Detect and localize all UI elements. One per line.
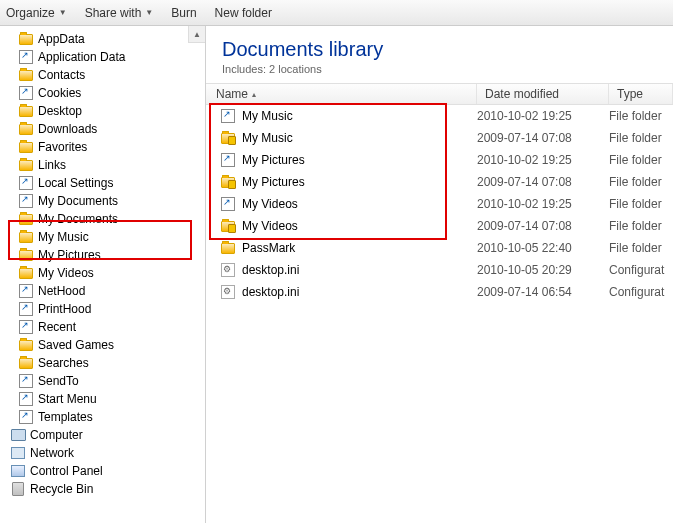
chevron-down-icon: ▼	[59, 8, 67, 17]
tree-item[interactable]: Network	[2, 444, 205, 462]
tree-item[interactable]: My Music	[2, 228, 205, 246]
shortcut-icon	[18, 319, 34, 335]
chevron-down-icon: ▼	[145, 8, 153, 17]
tree-item[interactable]: Local Settings	[2, 174, 205, 192]
file-row[interactable]: My Pictures2009-07-14 07:08File folder	[206, 171, 673, 193]
tree-item[interactable]: Desktop	[2, 102, 205, 120]
tree-item[interactable]: Computer	[2, 426, 205, 444]
tree-item-label: My Documents	[38, 194, 118, 208]
tree-item[interactable]: Downloads	[2, 120, 205, 138]
tree-item[interactable]: Templates	[2, 408, 205, 426]
library-title: Documents library	[222, 38, 673, 61]
scroll-up-button[interactable]: ▲	[188, 26, 205, 43]
file-row[interactable]: My Videos2009-07-14 07:08File folder	[206, 215, 673, 237]
folder-icon	[220, 240, 236, 256]
tree-item-label: Templates	[38, 410, 93, 424]
file-type: File folder	[609, 241, 673, 255]
column-header-type[interactable]: Type	[609, 84, 673, 104]
file-name: desktop.ini	[242, 263, 477, 277]
file-date: 2010-10-02 19:25	[477, 109, 609, 123]
computer-icon	[10, 427, 26, 443]
shortcut-icon	[18, 175, 34, 191]
file-row[interactable]: My Music2009-07-14 07:08File folder	[206, 127, 673, 149]
tree-item[interactable]: Control Panel	[2, 462, 205, 480]
folder-icon	[18, 31, 34, 47]
tree-item[interactable]: Saved Games	[2, 336, 205, 354]
column-headers: Name▴ Date modified Type	[206, 83, 673, 105]
tree-item[interactable]: Cookies	[2, 84, 205, 102]
file-name: My Music	[242, 131, 477, 145]
tree-item-label: Favorites	[38, 140, 87, 154]
tree-item[interactable]: Searches	[2, 354, 205, 372]
tree-item[interactable]: Contacts	[2, 66, 205, 84]
file-row[interactable]: My Music2010-10-02 19:25File folder	[206, 105, 673, 127]
tree-item[interactable]: NetHood	[2, 282, 205, 300]
file-name: My Pictures	[242, 153, 477, 167]
tree-item-label: My Music	[38, 230, 89, 244]
folder-icon	[18, 265, 34, 281]
file-name: PassMark	[242, 241, 477, 255]
tree-item-label: NetHood	[38, 284, 85, 298]
toolbar: Organize▼ Share with▼ Burn New folder	[0, 0, 673, 26]
tree-item-label: Recycle Bin	[30, 482, 93, 496]
file-date: 2010-10-02 19:25	[477, 197, 609, 211]
file-date: 2009-07-14 07:08	[477, 175, 609, 189]
burn-button[interactable]: Burn	[171, 6, 196, 20]
shortcut-icon	[18, 193, 34, 209]
shortcut-icon	[18, 283, 34, 299]
file-row[interactable]: PassMark2010-10-05 22:40File folder	[206, 237, 673, 259]
shortcut-icon	[18, 85, 34, 101]
file-date: 2009-07-14 07:08	[477, 131, 609, 145]
tree-item[interactable]: My Documents	[2, 192, 205, 210]
tree-item-label: Contacts	[38, 68, 85, 82]
folder-icon	[18, 139, 34, 155]
tree-item-label: Local Settings	[38, 176, 113, 190]
tree-item-label: My Videos	[38, 266, 94, 280]
column-header-name[interactable]: Name▴	[206, 84, 477, 104]
shortcut-icon	[220, 152, 236, 168]
file-name: My Videos	[242, 219, 477, 233]
file-date: 2009-07-14 07:08	[477, 219, 609, 233]
tree-item[interactable]: PrintHood	[2, 300, 205, 318]
tree-item[interactable]: Favorites	[2, 138, 205, 156]
recycle-bin-icon	[10, 481, 26, 497]
folder-icon	[18, 157, 34, 173]
tree-item-label: My Documents	[38, 212, 118, 226]
file-row[interactable]: My Pictures2010-10-02 19:25File folder	[206, 149, 673, 171]
tree-item-label: Links	[38, 158, 66, 172]
tree-item-label: SendTo	[38, 374, 79, 388]
file-date: 2010-10-02 19:25	[477, 153, 609, 167]
column-header-date[interactable]: Date modified	[477, 84, 609, 104]
tree-item[interactable]: Recent	[2, 318, 205, 336]
file-date: 2009-07-14 06:54	[477, 285, 609, 299]
tree-item[interactable]: SendTo	[2, 372, 205, 390]
tree-item[interactable]: Application Data	[2, 48, 205, 66]
tree-item[interactable]: AppData	[2, 30, 205, 48]
tree-item[interactable]: Start Menu	[2, 390, 205, 408]
organize-menu[interactable]: Organize▼	[6, 6, 67, 20]
tree-item-label: My Pictures	[38, 248, 101, 262]
tree-item-label: PrintHood	[38, 302, 91, 316]
share-menu[interactable]: Share with▼	[85, 6, 154, 20]
folder-tree: ▲ AppDataApplication DataContactsCookies…	[0, 26, 206, 523]
folder-icon	[18, 211, 34, 227]
tree-item[interactable]: My Videos	[2, 264, 205, 282]
file-row[interactable]: desktop.ini2009-07-14 06:54Configurat	[206, 281, 673, 303]
tree-item[interactable]: Links	[2, 156, 205, 174]
locked-folder-icon	[220, 130, 236, 146]
library-header: Documents library Includes: 2 locations	[206, 26, 673, 83]
file-row[interactable]: My Videos2010-10-02 19:25File folder	[206, 193, 673, 215]
shortcut-icon	[18, 373, 34, 389]
tree-item-label: Start Menu	[38, 392, 97, 406]
file-row[interactable]: desktop.ini2010-10-05 20:29Configurat	[206, 259, 673, 281]
config-file-icon	[220, 284, 236, 300]
file-name: My Videos	[242, 197, 477, 211]
tree-item[interactable]: My Pictures	[2, 246, 205, 264]
file-type: File folder	[609, 197, 673, 211]
new-folder-button[interactable]: New folder	[215, 6, 272, 20]
file-type: File folder	[609, 219, 673, 233]
tree-item[interactable]: My Documents	[2, 210, 205, 228]
file-type: Configurat	[609, 285, 673, 299]
config-file-icon	[220, 262, 236, 278]
tree-item[interactable]: Recycle Bin	[2, 480, 205, 498]
